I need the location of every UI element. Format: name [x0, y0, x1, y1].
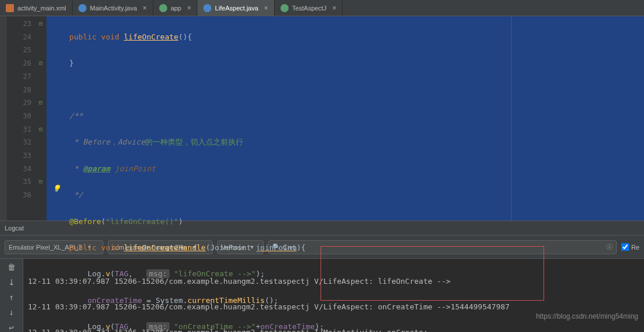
editor-area: 232425 262728 293031 323334 3536 ⊟ ⊟ ⊟ ⊟… [0, 16, 644, 221]
intention-bulb-icon[interactable]: 💡 [52, 182, 61, 196]
tab-label: activity_main.xml [17, 5, 66, 12]
fold-icon[interactable]: ⊟ [35, 123, 46, 136]
log-line: 12-11 03:39:07.987 15206-15206/com.examp… [28, 301, 639, 313]
tool-window-bar[interactable] [0, 16, 7, 221]
fold-icon[interactable]: ⊟ [35, 17, 46, 31]
module-icon [280, 4, 289, 12]
log-output[interactable]: 12-11 03:39:07.987 15206-15206/com.examp… [23, 259, 644, 332]
java-icon [203, 4, 211, 12]
down-icon[interactable]: ↓ [9, 308, 13, 317]
editor-tabs: activity_main.xml MainActivity.java × ap… [0, 0, 644, 16]
tab-label: app [171, 5, 181, 12]
close-icon[interactable]: × [187, 4, 191, 12]
log-line: 12-11 03:39:08.237 15206-15206/com.examp… [28, 326, 639, 332]
trash-icon[interactable]: 🗑 [8, 262, 16, 272]
close-icon[interactable]: × [264, 4, 268, 12]
tab-activity-main[interactable]: activity_main.xml [0, 0, 73, 16]
tab-label: TestAspectJ [292, 5, 326, 12]
java-icon [78, 4, 87, 12]
tab-app[interactable]: app × [153, 0, 197, 16]
watermark: https://blog.csdn.net/ming54ming [536, 312, 638, 320]
gutter-icons: ⊟ ⊟ ⊟ ⊟ ⊟ [35, 16, 46, 221]
tab-label: LifeAspect.java [215, 5, 258, 12]
close-icon[interactable]: × [332, 4, 336, 12]
logcat-title: Logcat [5, 225, 24, 232]
tab-mainactivity[interactable]: MainActivity.java × [73, 0, 153, 16]
fold-icon[interactable]: ⊟ [35, 175, 46, 189]
log-sidebar: 🗑 ⤓ ↑ ↓ ↩ [0, 259, 23, 332]
fold-icon[interactable]: ⊟ [35, 96, 46, 110]
scroll-end-icon[interactable]: ⤓ [8, 277, 15, 287]
tab-label: MainActivity.java [90, 5, 137, 12]
log-line: 12-11 03:39:07.987 15206-15206/com.examp… [28, 275, 639, 288]
wrap-icon[interactable]: ↩ [9, 323, 13, 332]
tab-lifeaspect[interactable]: LifeAspect.java × [197, 0, 275, 16]
tab-testaspectj[interactable]: TestAspectJ × [275, 0, 343, 16]
log-body: 🗑 ⤓ ↑ ↓ ↩ 12-11 03:39:07.987 15206-15206… [0, 259, 644, 332]
close-icon[interactable]: × [143, 4, 147, 12]
fold-icon[interactable]: ⊟ [35, 57, 46, 70]
xml-icon [6, 4, 14, 12]
line-numbers: 232425 262728 293031 323334 3536 [7, 16, 35, 221]
up-icon[interactable]: ↑ [9, 293, 13, 302]
right-margin [511, 16, 512, 221]
module-icon [159, 4, 167, 12]
code-editor[interactable]: public void lifeOnCreate(){ } /** * Befo… [46, 16, 644, 221]
